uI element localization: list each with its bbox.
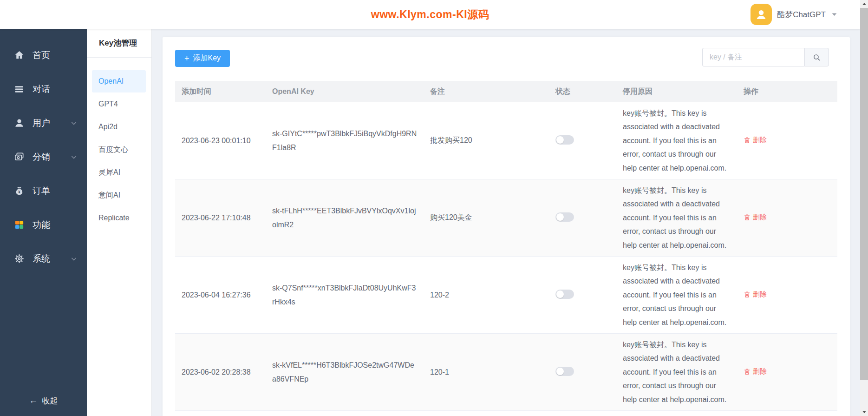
submenu-item-yijian-ai[interactable]: 意间AI — [92, 184, 146, 206]
cell-disable-reason: key账号被封。This key is associated with a de… — [616, 261, 737, 330]
collapse-label: 收起 — [42, 396, 58, 406]
main-content: + 添加Key 添加时间OpenAI Key备注状态停用原因操作 2023-06… — [152, 29, 860, 416]
cell-note: 购买120美金 — [424, 213, 549, 223]
search-input[interactable] — [702, 48, 804, 66]
cell-actions: 删除 — [737, 213, 837, 223]
delete-label: 删除 — [753, 367, 767, 376]
scrollbar-down-arrow[interactable] — [860, 408, 868, 416]
cell-note: 120-1 — [424, 368, 549, 376]
sidebar-item-orders[interactable]: ¥ 订单 — [0, 174, 87, 208]
search-group — [702, 48, 829, 66]
sidebar-item-users[interactable]: 用户 — [0, 106, 87, 140]
submenu-item-gpt4[interactable]: GPT4 — [92, 93, 146, 115]
key-table: 添加时间OpenAI Key备注状态停用原因操作 2023-06-23 00:0… — [175, 81, 837, 411]
delete-label: 删除 — [753, 290, 767, 299]
cell-disable-reason: key账号被封。This key is associated with a de… — [616, 184, 737, 252]
site-banner: www.KIym.com-KI源码 — [0, 0, 860, 29]
sidebar-item-features[interactable]: 功能 — [0, 208, 87, 242]
grid-icon — [13, 219, 25, 231]
sidebar-item-home[interactable]: 首页 — [0, 38, 87, 72]
submenu-item-api2d[interactable]: Api2d — [92, 116, 146, 138]
submenu-item-replicate[interactable]: Replicate — [92, 207, 146, 229]
page-scrollbar[interactable] — [860, 0, 868, 416]
status-toggle[interactable] — [555, 212, 574, 222]
scrollbar-up-arrow[interactable] — [860, 0, 868, 8]
scrollbar-thumb[interactable] — [860, 8, 868, 380]
delete-label: 删除 — [753, 213, 767, 222]
cell-openai-key: sk-Q7Snf*****xnT3BlbkFJlaDt08UyUhKwF3rHk… — [266, 281, 424, 309]
status-toggle[interactable] — [555, 135, 574, 145]
chevron-down-icon — [832, 13, 837, 16]
cell-note: 批发购买120 — [424, 136, 549, 145]
sidebar-item-system[interactable]: 系统 — [0, 242, 87, 276]
submenu-item-baidu-wenxin[interactable]: 百度文心 — [92, 139, 146, 161]
key-pool-sidebar: Key池管理 OpenAI GPT4 Api2d 百度文心 灵犀AI 意间AI … — [87, 29, 152, 416]
plus-icon: + — [184, 54, 189, 63]
cell-added-time: 2023-06-02 20:28:38 — [175, 368, 266, 376]
cell-disable-reason: key账号被封。This key is associated with a de… — [616, 338, 737, 407]
gear-icon — [13, 253, 25, 264]
sidebar-collapse-button[interactable]: ← 收起 — [0, 390, 87, 411]
sidebar-item-chat[interactable]: 对话 — [0, 72, 87, 106]
topbar: www.KIym.com-KI源码 酷梦ChatGPT — [0, 0, 860, 29]
cell-openai-key: sk-kVfEL*****H6T3BlbkFJOSe2twG47WDea86VF… — [266, 358, 424, 386]
table-row: 2023-06-02 20:28:38 sk-kVfEL*****H6T3Blb… — [175, 334, 837, 411]
money-bag-icon: ¥ — [13, 185, 25, 197]
avatar[interactable] — [751, 4, 772, 25]
chevron-down-icon — [71, 256, 77, 262]
cell-openai-key: sk-GIYtC*****pwT3BlbkFJ5iBqyVkDfgH9RNF1l… — [266, 127, 424, 155]
toolbar: + 添加Key — [163, 37, 850, 68]
table-row: 2023-06-04 16:27:36 sk-Q7Snf*****xnT3Blb… — [175, 257, 837, 334]
cell-added-time: 2023-06-04 16:27:36 — [175, 291, 266, 299]
sidebar-item-distribution[interactable]: 分销 — [0, 140, 87, 174]
chevron-down-icon — [71, 154, 77, 160]
user-menu[interactable]: 酷梦ChatGPT — [751, 4, 837, 25]
submenu-list: OpenAI GPT4 Api2d 百度文心 灵犀AI 意间AI Replica… — [87, 70, 151, 229]
cell-openai-key: sk-tFLhH*****EET3BlbkFJvBVYlxOqvXv1lojol… — [266, 204, 424, 232]
cell-status — [549, 135, 616, 146]
trash-icon — [744, 368, 751, 375]
submenu-item-openai[interactable]: OpenAI — [92, 70, 146, 92]
search-icon — [813, 53, 821, 61]
column-header: 状态 — [549, 87, 616, 97]
person-icon — [754, 7, 768, 21]
table-body: 2023-06-23 00:01:10 sk-GIYtC*****pwT3Blb… — [175, 102, 837, 411]
content-card: + 添加Key 添加时间OpenAI Key备注状态停用原因操作 2023-06… — [163, 37, 850, 416]
home-icon — [13, 50, 25, 61]
user-name: 酷梦ChatGPT — [777, 9, 826, 20]
delete-label: 删除 — [753, 136, 767, 145]
cell-note: 120-2 — [424, 291, 549, 299]
trash-icon — [744, 214, 751, 221]
add-key-button[interactable]: + 添加Key — [175, 50, 230, 67]
list-icon — [13, 84, 25, 95]
cell-actions: 删除 — [737, 136, 837, 145]
status-toggle[interactable] — [555, 367, 574, 376]
delete-button[interactable]: 删除 — [744, 213, 767, 222]
table-header: 添加时间OpenAI Key备注状态停用原因操作 — [175, 81, 837, 102]
cell-actions: 删除 — [737, 367, 837, 377]
sidebar-nav: 首页 对话 用户 分销 ¥ 订单 功能 系统 — [0, 29, 87, 276]
main-sidebar: 首页 对话 用户 分销 ¥ 订单 功能 系统 ← 收起 — [0, 29, 87, 416]
app: www.KIym.com-KI源码 酷梦ChatGPT 首页 对话 用户 — [0, 0, 868, 416]
cell-status — [549, 290, 616, 301]
delete-button[interactable]: 删除 — [744, 136, 767, 145]
user-icon — [13, 118, 25, 129]
cell-added-time: 2023-06-23 00:01:10 — [175, 137, 266, 145]
svg-text:¥: ¥ — [18, 190, 20, 194]
trash-icon — [744, 291, 751, 298]
status-toggle[interactable] — [555, 290, 574, 299]
table-row: 2023-06-23 00:01:10 sk-GIYtC*****pwT3Blb… — [175, 102, 837, 179]
add-key-label: 添加Key — [193, 53, 221, 63]
cell-status — [549, 367, 616, 378]
cell-disable-reason: key账号被封。This key is associated with a de… — [616, 106, 737, 175]
arrow-left-icon: ← — [29, 396, 38, 406]
column-header: 操作 — [737, 87, 837, 97]
submenu-item-lingxi-ai[interactable]: 灵犀AI — [92, 161, 146, 184]
cards-icon — [13, 152, 25, 163]
search-button[interactable] — [804, 48, 829, 66]
delete-button[interactable]: 删除 — [744, 290, 767, 299]
column-header: 停用原因 — [616, 87, 737, 97]
cell-added-time: 2023-06-22 17:10:48 — [175, 214, 266, 222]
cell-status — [549, 212, 616, 224]
delete-button[interactable]: 删除 — [744, 367, 767, 376]
